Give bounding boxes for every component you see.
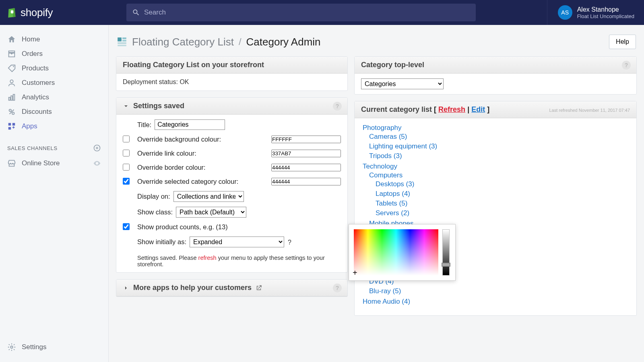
tree-link[interactable]: Computers <box>369 171 402 179</box>
tree-item: Blu-ray (5) <box>369 286 630 296</box>
main-content: Floating Category List / Category Admin … <box>109 25 644 362</box>
more-apps-panel: More apps to help your customers ? <box>116 279 348 297</box>
tree-link[interactable]: Tripods (3) <box>369 152 402 160</box>
sidebar-item-analytics[interactable]: Analytics <box>0 90 108 105</box>
eye-icon[interactable] <box>93 159 101 167</box>
value-slider[interactable] <box>442 229 450 276</box>
brand-logo[interactable]: shopify <box>0 6 109 19</box>
edit-link[interactable]: Edit <box>471 105 485 113</box>
show-counts-checkbox[interactable] <box>123 223 130 230</box>
display-on-select[interactable]: Collections and linked p <box>173 191 244 202</box>
sidebar-item-online-store[interactable]: Online Store <box>0 156 108 171</box>
top-bar: shopify AS Alex Stanhope Float List Unco… <box>0 0 644 25</box>
tree-link[interactable]: Cameras (5) <box>369 133 407 140</box>
discounts-icon <box>7 107 16 116</box>
analytics-icon <box>7 93 16 102</box>
chevron-down-icon[interactable] <box>123 103 129 109</box>
tree-link[interactable]: Desktops (3) <box>376 180 414 188</box>
sidebar-item-label: Home <box>22 35 40 43</box>
override-bg-value[interactable] <box>271 136 341 143</box>
tree-link[interactable]: Servers (2) <box>376 209 409 217</box>
tree-item: Home Audio (4) <box>363 297 630 306</box>
svg-rect-15 <box>122 37 126 39</box>
override-selected-label: Override selected category colour: <box>137 178 238 185</box>
refresh-hint-link[interactable]: refresh <box>198 255 217 261</box>
deployment-status: Deployment status: OK <box>123 78 189 85</box>
override-link-value[interactable] <box>271 150 341 157</box>
help-icon[interactable]: ? <box>333 102 342 111</box>
breadcrumb-parent[interactable]: Floating Category List <box>132 36 234 48</box>
help-icon[interactable]: ? <box>622 61 631 70</box>
show-class-label: Show class: <box>137 208 173 216</box>
sidebar-item-orders[interactable]: Orders <box>0 47 108 61</box>
title-label: Title: <box>137 121 151 129</box>
svg-point-2 <box>10 80 13 83</box>
storefront-panel: Floating Category List on your storefron… <box>116 56 348 91</box>
tree-item: ComputersDesktops (3)Laptops (4)Tablets … <box>369 171 630 219</box>
gear-icon <box>7 343 16 352</box>
override-link-checkbox[interactable] <box>123 150 130 156</box>
tree-link[interactable]: Tablets (5) <box>376 200 407 207</box>
search-input[interactable] <box>144 8 476 16</box>
sidebar-item-customers[interactable]: Customers <box>0 76 108 90</box>
category-tree: PhotographyCameras (5)Lighting equipment… <box>361 123 630 311</box>
category-toplevel-select[interactable]: Categories <box>361 78 444 89</box>
nav-list: Home Orders Products Customers Analytics… <box>0 25 108 134</box>
sales-channels-label: SALES CHANNELS <box>7 145 93 151</box>
svg-point-13 <box>10 346 13 348</box>
sidebar-item-home[interactable]: Home <box>0 32 108 47</box>
tree-link[interactable]: Photography <box>363 124 401 132</box>
show-initially-select[interactable]: Expanded <box>190 237 284 247</box>
show-class-select[interactable]: Path back (Default) <box>176 207 246 218</box>
refresh-link[interactable]: Refresh <box>438 105 465 113</box>
svg-rect-17 <box>118 42 126 44</box>
tree-link[interactable]: Blu-ray (5) <box>369 287 401 295</box>
sidebar-item-label: Analytics <box>22 93 49 101</box>
store-name: Float List Uncomplicated <box>577 13 634 19</box>
override-bg-label: Override background colour: <box>137 136 221 143</box>
color-gradient[interactable]: + <box>354 229 438 276</box>
svg-rect-5 <box>13 95 15 101</box>
last-refreshed: Last refreshed November 11, 2017 07:47 <box>549 108 630 113</box>
sidebar-item-discounts[interactable]: Discounts <box>0 105 108 119</box>
override-bg-checkbox[interactable] <box>123 136 130 142</box>
sidebar-item-products[interactable]: Products <box>0 61 108 76</box>
title-input[interactable] <box>155 119 225 130</box>
help-button[interactable]: Help <box>609 35 636 49</box>
value-slider-handle[interactable] <box>442 263 450 267</box>
add-channel-icon[interactable] <box>93 144 101 152</box>
override-border-value[interactable] <box>271 164 341 171</box>
sidebar-item-label: Settings <box>22 343 46 351</box>
override-selected-checkbox[interactable] <box>123 178 130 185</box>
override-selected-value[interactable] <box>271 178 341 185</box>
help-icon[interactable]: ? <box>333 284 342 292</box>
external-link-icon[interactable] <box>255 284 262 292</box>
override-border-checkbox[interactable] <box>123 164 130 171</box>
settings-panel: Settings saved ? Title: Override backgro… <box>116 97 348 273</box>
apps-icon <box>7 122 16 131</box>
category-list-panel: Current category list [ Refresh | Edit ]… <box>354 101 637 316</box>
tree-link[interactable]: Technology <box>363 162 397 170</box>
picker-cursor-icon: + <box>353 268 357 278</box>
panel-title: Category top-level <box>361 61 424 69</box>
store-icon <box>7 159 16 168</box>
panel-title: Floating Category List on your storefron… <box>123 61 264 69</box>
panel-title: Current category list [ Refresh | Edit ] <box>361 105 489 114</box>
tree-link[interactable]: Lighting equipment (3) <box>369 142 437 150</box>
search-box[interactable] <box>126 4 476 21</box>
app-title-icon <box>117 37 127 47</box>
user-box[interactable]: AS Alex Stanhope Float List Uncomplicate… <box>547 0 644 25</box>
chevron-right-icon[interactable] <box>123 285 129 291</box>
sidebar-item-label: Apps <box>22 122 37 130</box>
tree-link[interactable]: Home Audio (4) <box>363 298 410 305</box>
customers-icon <box>7 78 16 87</box>
color-picker[interactable]: + <box>349 224 456 281</box>
tree-link[interactable]: Laptops (4) <box>376 190 410 197</box>
override-border-label: Override border colour: <box>137 164 206 171</box>
help-icon[interactable]: ? <box>288 239 291 246</box>
svg-line-8 <box>10 110 14 114</box>
sidebar-item-apps[interactable]: Apps <box>0 119 108 134</box>
svg-rect-3 <box>9 97 10 100</box>
sidebar-item-settings[interactable]: Settings <box>0 336 108 362</box>
sidebar-item-label: Products <box>22 64 49 72</box>
